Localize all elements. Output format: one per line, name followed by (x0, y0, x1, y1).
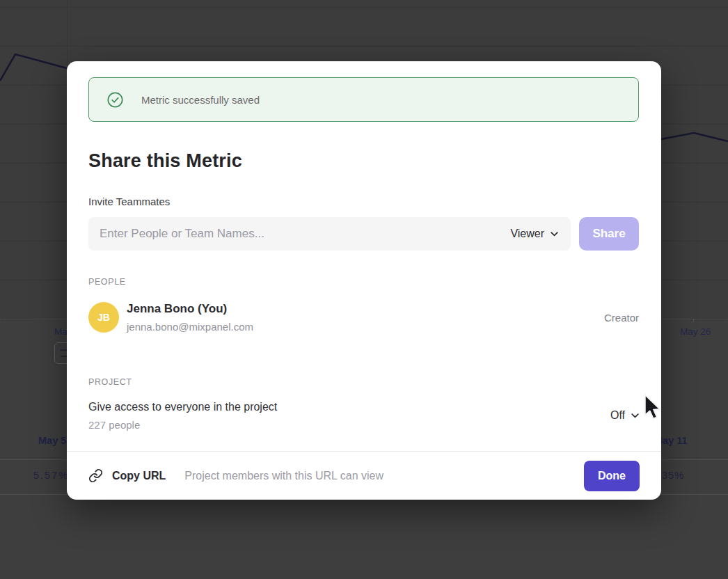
success-banner-message: Metric successfully saved (141, 94, 260, 106)
role-dropdown[interactable]: Viewer (509, 225, 560, 243)
project-access-row: Give access to everyone in the project 2… (88, 401, 639, 431)
role-dropdown-value: Viewer (510, 228, 544, 240)
project-access-title: Give access to everyone in the project (88, 401, 277, 413)
project-access-count: 227 people (88, 419, 277, 431)
person-email: jenna.bono@mixpanel.com (127, 321, 253, 333)
invite-input-container: Viewer (88, 217, 571, 251)
table-value-left: 5.57% (33, 470, 69, 481)
dialog-title: Share this Metric (88, 150, 242, 172)
copy-url-label: Copy URL (112, 470, 166, 482)
person-name: Jenna Bono (You) (127, 302, 253, 316)
x-axis-tick (693, 319, 694, 322)
project-access-text: Give access to everyone in the project 2… (88, 401, 277, 431)
invite-people-input[interactable] (100, 227, 509, 241)
copy-url-button[interactable]: Copy URL (88, 468, 166, 483)
person-role-label: Creator (604, 312, 639, 324)
table-header-left: May 5 (38, 435, 66, 446)
chevron-down-icon (551, 232, 558, 237)
url-permission-hint: Project members with this URL can view (184, 470, 383, 482)
link-icon (88, 468, 103, 483)
person-info: Jenna Bono (You) jenna.bono@mixpanel.com (127, 302, 253, 333)
share-button[interactable]: Share (579, 217, 639, 251)
success-banner: Metric successfully saved (88, 77, 639, 122)
chevron-down-icon (631, 413, 639, 418)
x-axis-label-right: May 26 (680, 326, 711, 337)
invite-teammates-label: Invite Teammates (88, 196, 170, 207)
share-metric-dialog: Metric successfully saved Share this Met… (67, 61, 661, 500)
avatar: JB (88, 302, 119, 333)
dialog-footer: Copy URL Project members with this URL c… (67, 451, 661, 500)
check-circle-icon (107, 92, 123, 108)
person-row: JB Jenna Bono (You) jenna.bono@mixpanel.… (88, 302, 639, 333)
project-access-dropdown[interactable]: Off (610, 409, 639, 422)
invite-row: Viewer Share (88, 217, 639, 251)
project-access-dropdown-value: Off (610, 409, 625, 422)
done-button[interactable]: Done (584, 461, 640, 491)
table-value-right: 35% (662, 470, 684, 481)
project-section-label: PROJECT (88, 377, 132, 387)
people-section-label: PEOPLE (88, 277, 126, 287)
